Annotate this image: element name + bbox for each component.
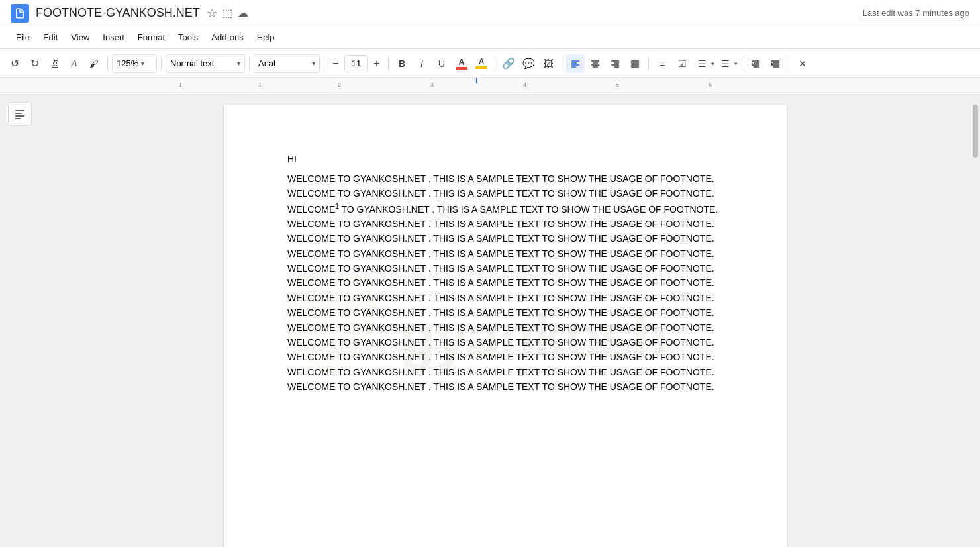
folder-icon[interactable]: ⬚	[222, 7, 232, 19]
bold-button[interactable]: B	[393, 54, 411, 73]
menu-insert[interactable]: Insert	[97, 30, 130, 45]
divider-3	[249, 56, 250, 71]
highlight-button[interactable]: A	[472, 54, 491, 73]
align-center-button[interactable]	[586, 54, 605, 73]
svg-rect-29	[15, 118, 21, 119]
svg-rect-26	[15, 110, 24, 111]
document-title[interactable]: FOOTNOTE-GYANKOSH.NET	[36, 6, 200, 20]
font-arrow: ▾	[312, 60, 315, 67]
document-body: WELCOME TO GYANKOSH.NET . THIS IS A SAMP…	[287, 172, 723, 395]
divider-4	[324, 56, 324, 71]
ruler-marks: 1 1 2 3 4 5 6	[179, 78, 775, 91]
title-actions: ☆ ⬚ ☁	[207, 6, 248, 21]
spellcheck-button[interactable]: A	[65, 54, 83, 73]
align-justify-button[interactable]	[626, 54, 644, 73]
link-button[interactable]: 🔗	[499, 54, 518, 73]
clear-formatting-button[interactable]: ✕	[793, 54, 812, 73]
divider-8	[648, 56, 649, 71]
zoom-selector[interactable]: 125% ▾	[112, 54, 157, 73]
style-selector[interactable]: Normal text ▾	[166, 54, 245, 73]
divider-5	[388, 56, 389, 71]
star-icon[interactable]: ☆	[207, 6, 217, 21]
font-size-control: − +	[328, 55, 384, 72]
menu-view[interactable]: View	[66, 30, 95, 45]
document-heading: HI	[287, 152, 723, 166]
divider-2	[161, 56, 162, 71]
main-area: gyankosh HI WELCOME TO GYANKOSH.NET . TH…	[0, 91, 980, 547]
divider-10	[789, 56, 789, 71]
bullet-arrow[interactable]: ▾	[711, 60, 714, 67]
ruler: 1 1 2 3 4 5 6	[0, 78, 980, 91]
underline-button[interactable]: U	[432, 54, 451, 73]
divider-9	[742, 56, 742, 71]
menu-format[interactable]: Format	[132, 30, 170, 45]
title-bar: FOOTNOTE-GYANKOSH.NET ☆ ⬚ ☁ Last edit wa…	[0, 0, 980, 26]
undo-button[interactable]: ↺	[5, 54, 24, 73]
menu-addons[interactable]: Add-ons	[206, 30, 248, 45]
divider-6	[495, 56, 495, 71]
style-value: Normal text	[170, 58, 214, 68]
style-arrow: ▾	[237, 60, 240, 67]
document-content: HI WELCOME TO GYANKOSH.NET . THIS IS A S…	[287, 152, 723, 395]
last-edit-text[interactable]: Last edit was 7 minutes ago	[863, 8, 969, 18]
numbered-arrow[interactable]: ▾	[734, 60, 738, 67]
scroll-thumb[interactable]	[973, 105, 978, 158]
docs-logo	[11, 4, 29, 23]
image-button[interactable]: 🖼	[539, 54, 558, 73]
outline-button[interactable]	[8, 102, 32, 126]
divider-7	[562, 56, 562, 71]
menu-file[interactable]: File	[11, 30, 35, 45]
numbered-list-button[interactable]: ☰	[716, 54, 734, 73]
toolbar: ↺ ↻ 🖨 A 🖌 125% ▾ Normal text ▾ Arial ▾ −…	[0, 49, 980, 78]
line-spacing-button[interactable]: ≡	[653, 54, 671, 73]
document-page[interactable]: gyankosh HI WELCOME TO GYANKOSH.NET . TH…	[224, 105, 787, 547]
paint-format-button[interactable]: 🖌	[85, 54, 103, 73]
align-right-button[interactable]	[606, 54, 624, 73]
indent-increase-button[interactable]	[766, 54, 785, 73]
text-color-button[interactable]: A	[452, 54, 471, 73]
bullet-list-button[interactable]: ☰	[693, 54, 711, 73]
checklist-button[interactable]: ☑	[673, 54, 691, 73]
menu-tools[interactable]: Tools	[173, 30, 203, 45]
comment-button[interactable]: 💬	[519, 54, 538, 73]
cloud-icon[interactable]: ☁	[238, 7, 248, 19]
font-selector[interactable]: Arial ▾	[254, 54, 320, 73]
svg-rect-28	[15, 115, 24, 117]
sidebar	[0, 91, 40, 547]
font-size-input[interactable]	[344, 55, 368, 72]
indent-decrease-button[interactable]	[746, 54, 765, 73]
zoom-value: 125%	[117, 58, 138, 68]
menu-help[interactable]: Help	[252, 30, 280, 45]
svg-rect-27	[15, 113, 22, 114]
print-button[interactable]: 🖨	[45, 54, 64, 73]
menu-bar: File Edit View Insert Format Tools Add-o…	[0, 26, 980, 49]
zoom-arrow: ▾	[141, 60, 144, 67]
scrollbar[interactable]	[971, 91, 980, 547]
italic-button[interactable]: I	[413, 54, 431, 73]
decrease-font-size[interactable]: −	[328, 56, 343, 71]
menu-edit[interactable]: Edit	[38, 30, 63, 45]
ruler-cursor	[476, 78, 477, 83]
align-left-button[interactable]	[566, 54, 585, 73]
redo-button[interactable]: ↻	[25, 54, 44, 73]
increase-font-size[interactable]: +	[369, 56, 384, 71]
font-value: Arial	[258, 58, 275, 68]
divider-1	[107, 56, 108, 71]
document-area[interactable]: gyankosh HI WELCOME TO GYANKOSH.NET . TH…	[40, 91, 971, 547]
